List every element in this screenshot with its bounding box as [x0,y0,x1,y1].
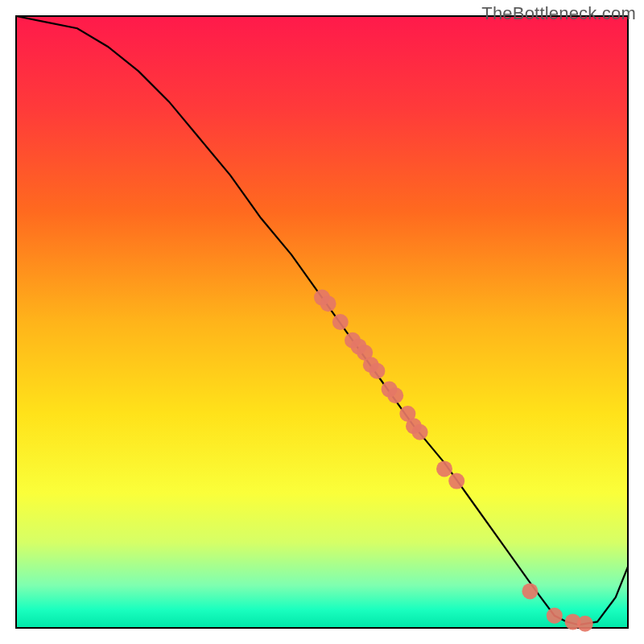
plot-background [16,16,628,628]
data-point [320,295,336,312]
watermark-text: TheBottleneck.com [481,3,636,24]
data-point [522,583,538,599]
data-point [369,363,385,379]
chart-container: TheBottleneck.com [0,0,644,644]
data-point [332,314,349,330]
data-point [387,387,403,403]
data-point [577,616,593,632]
chart-svg [0,0,644,644]
data-point [448,473,464,489]
data-point [547,608,563,624]
data-point [436,460,452,477]
data-point [412,424,428,440]
